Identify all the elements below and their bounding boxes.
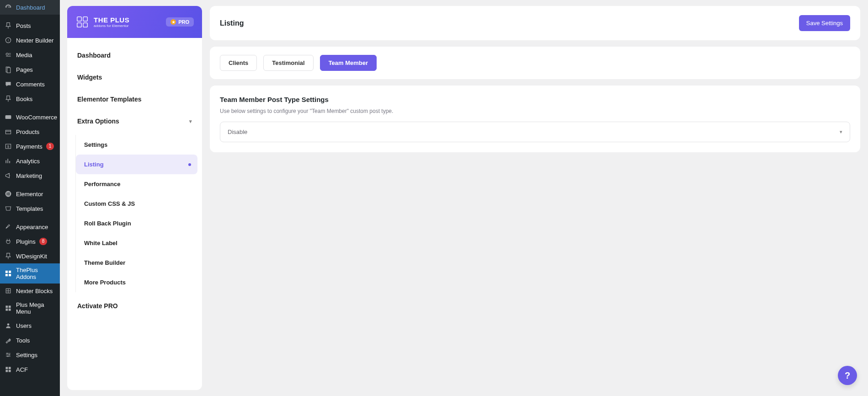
plugin-subnav-label: Settings xyxy=(84,141,107,148)
wp-menu-item-comments[interactable]: Comments xyxy=(0,77,60,91)
wp-menu-item-acf[interactable]: ACF xyxy=(0,362,60,377)
wp-menu-item-label: Pages xyxy=(16,66,33,73)
wp-menu-item-nexter-builder[interactable]: !Nexter Builder xyxy=(0,33,60,48)
update-badge: 1 xyxy=(46,143,54,150)
plugin-subnav-custom-css-js[interactable]: Custom CSS & JS xyxy=(76,194,202,214)
wp-menu-item-tools[interactable]: Tools xyxy=(0,333,60,348)
plugin-subnav-settings[interactable]: Settings xyxy=(76,135,202,155)
svg-rect-28 xyxy=(9,367,11,369)
plugin-nav-activate-pro[interactable]: Activate PRO xyxy=(67,295,202,317)
plugin-subnav-label: Theme Builder xyxy=(84,259,125,266)
plugin-nav-dashboard[interactable]: Dashboard xyxy=(67,44,202,66)
wp-menu-item-label: Tools xyxy=(16,337,30,344)
svg-text:!: ! xyxy=(8,38,9,43)
wp-menu-item-elementor[interactable]: Elementor xyxy=(0,187,60,201)
wp-menu-item-users[interactable]: Users xyxy=(0,318,60,333)
wp-menu-item-posts[interactable]: Posts xyxy=(0,18,60,33)
save-settings-button[interactable]: Save Settings xyxy=(799,15,850,31)
pro-label: PRO xyxy=(178,19,189,25)
wp-menu-item-wdesignkit[interactable]: WDesignKit xyxy=(0,249,60,263)
tab-testimonial[interactable]: Testimonial xyxy=(263,55,313,71)
wp-menu-item-appearance[interactable]: Appearance xyxy=(0,219,60,234)
wp-menu-item-woocommerce[interactable]: WooCommerce xyxy=(0,110,60,124)
plugin-logo-text: THE PLUS addons for Elementor xyxy=(94,16,129,28)
plugin-subnav-theme-builder[interactable]: Theme Builder xyxy=(76,253,202,273)
wp-menu-item-books[interactable]: Books xyxy=(0,91,60,106)
wp-menu-item-marketing[interactable]: Marketing xyxy=(0,168,60,183)
pin-icon xyxy=(4,95,12,103)
plugin-subnav-listing[interactable]: Listing xyxy=(76,155,197,174)
page-icon xyxy=(4,65,12,74)
svg-rect-31 xyxy=(77,17,81,21)
plugin-nav-submenu: SettingsListingPerformanceCustom CSS & J… xyxy=(75,135,202,292)
wp-menu-item-dashboard[interactable]: Dashboard xyxy=(0,0,60,15)
plugin-nav-label: Elementor Templates xyxy=(77,96,142,103)
wp-menu-item-label: ThePlus Addons xyxy=(16,267,56,280)
wp-menu-item-templates[interactable]: Templates xyxy=(0,201,60,216)
svg-point-25 xyxy=(9,354,10,355)
plugin-subnav-label: More Products xyxy=(84,279,126,286)
plugin-logo-icon xyxy=(75,15,89,29)
settings-section-desc: Use below settings to configure your "Te… xyxy=(220,108,850,114)
svg-rect-21 xyxy=(5,309,8,311)
wp-menu-item-label: Payments xyxy=(16,143,43,150)
circle-info-icon: ! xyxy=(4,36,12,44)
elementor-icon xyxy=(4,190,12,198)
wp-menu-item-plus-mega-menu[interactable]: Plus Mega Menu xyxy=(0,298,60,318)
wp-menu-item-label: WooCommerce xyxy=(16,114,57,121)
plugin-nav-elementor-templates[interactable]: Elementor Templates xyxy=(67,88,202,110)
wp-menu-item-label: Posts xyxy=(16,22,31,29)
pin-icon xyxy=(4,252,12,260)
plugin-subnav-white-label[interactable]: White Label xyxy=(76,233,202,253)
plugin-subnav-performance[interactable]: Performance xyxy=(76,174,202,194)
plugin-header: THE PLUS addons for Elementor ★ PRO xyxy=(67,6,202,38)
wp-menu-item-label: Analytics xyxy=(16,158,40,165)
post-type-select[interactable]: Disable ▾ xyxy=(220,122,850,142)
svg-rect-19 xyxy=(5,305,8,308)
svg-point-2 xyxy=(6,53,8,55)
wp-menu-item-plugins[interactable]: Plugins8 xyxy=(0,234,60,249)
wp-menu-item-nexter-blocks[interactable]: Nexter Blocks xyxy=(0,284,60,298)
tab-clients[interactable]: Clients xyxy=(220,55,257,71)
media-icon xyxy=(4,51,12,59)
wp-menu-item-media[interactable]: Media xyxy=(0,48,60,62)
wp-menu-item-label: Dashboard xyxy=(16,4,45,11)
svg-rect-16 xyxy=(5,274,7,276)
post-type-select-value: Disable xyxy=(228,128,247,135)
wp-menu-item-settings[interactable]: Settings xyxy=(0,348,60,362)
svg-text:$: $ xyxy=(7,144,10,149)
wp-admin-sidebar: DashboardPosts!Nexter BuilderMediaPagesC… xyxy=(0,0,60,396)
plugin-logo-title: THE PLUS xyxy=(94,16,129,24)
comment-icon xyxy=(4,80,12,88)
wp-menu-item-pages[interactable]: Pages xyxy=(0,62,60,77)
wp-menu-item-label: Templates xyxy=(16,205,43,212)
wp-menu-item-analytics[interactable]: Analytics xyxy=(0,154,60,168)
main-content: Listing Save Settings ClientsTestimonial… xyxy=(202,0,868,396)
grid-icon xyxy=(4,365,12,374)
plugin-nav-widgets[interactable]: Widgets xyxy=(67,66,202,88)
pro-badge[interactable]: ★ PRO xyxy=(166,17,194,27)
pin-icon xyxy=(4,21,12,30)
svg-rect-15 xyxy=(9,271,11,273)
wp-menu-item-label: ACF xyxy=(16,366,28,373)
wp-menu-item-products[interactable]: Products xyxy=(0,124,60,139)
grid-icon xyxy=(4,304,12,312)
wp-menu-item-theplus-addons[interactable]: ThePlus Addons xyxy=(0,263,60,284)
plugin-logo-subtitle: addons for Elementor xyxy=(94,24,129,28)
megaphone-icon xyxy=(4,171,12,180)
svg-point-24 xyxy=(6,353,7,354)
wp-menu-item-payments[interactable]: $Payments1 xyxy=(0,139,60,154)
plugin-subnav-roll-back-plugin[interactable]: Roll Back Plugin xyxy=(76,214,202,233)
plugin-nav-label: Widgets xyxy=(77,74,102,81)
wp-menu-item-label: Users xyxy=(16,322,32,329)
help-fab-button[interactable]: ? xyxy=(838,366,857,385)
tab-team-member[interactable]: Team Member xyxy=(320,55,377,71)
svg-rect-20 xyxy=(9,305,11,308)
plugin-nav-extra-options[interactable]: Extra Options▾ xyxy=(67,110,202,132)
plus-grid-icon xyxy=(4,269,12,278)
plugin-subnav-label: Custom CSS & JS xyxy=(84,200,135,207)
svg-rect-14 xyxy=(5,271,7,273)
svg-rect-17 xyxy=(9,274,11,276)
plugin-subnav-more-products[interactable]: More Products xyxy=(76,273,202,292)
gauge-icon xyxy=(4,3,12,11)
